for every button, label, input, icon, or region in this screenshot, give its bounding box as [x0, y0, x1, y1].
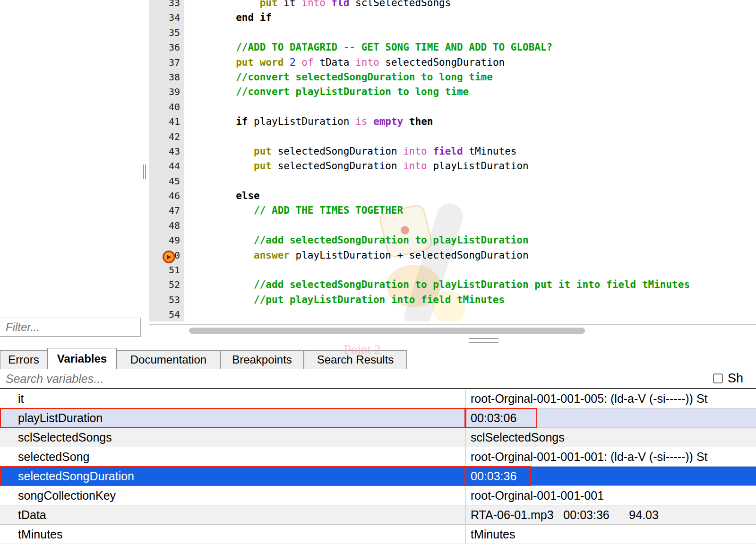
line-number[interactable]: 53	[149, 293, 184, 307]
code-line: //convert selectedSongDuration to long t…	[184, 70, 756, 85]
filter-field-container	[0, 318, 141, 337]
code-line	[184, 100, 756, 114]
line-number[interactable]: 37	[149, 55, 184, 70]
code-line	[184, 174, 756, 189]
horizontal-scrollbar-thumb[interactable]	[189, 328, 585, 334]
code-area[interactable]: put it into fld sclSelectedSongs end if …	[184, 0, 756, 321]
variable-value: 00:03:36	[465, 467, 756, 486]
code-line	[184, 263, 756, 278]
variable-name: tMinutes	[0, 528, 465, 541]
code-editor[interactable]: 3334353637383940414243444546474849505152…	[149, 0, 756, 321]
table-row[interactable]: playListDuration00:03:06	[0, 408, 756, 428]
code-line: //add selectedSongDuration to playListDu…	[184, 278, 756, 292]
search-variables-input[interactable]	[0, 369, 699, 388]
line-number[interactable]: 49	[149, 233, 184, 248]
variables-search-bar: Sh	[0, 369, 756, 389]
tab-errors[interactable]: Errors	[0, 350, 47, 369]
variable-value: root-Orginal-001-001-005: (ld-a-V (-si--…	[465, 389, 756, 408]
line-number[interactable]: 46	[149, 189, 184, 203]
code-line: put selectedSongDuration into field tMin…	[184, 144, 756, 159]
line-number[interactable]: 39	[149, 85, 184, 99]
code-line	[184, 130, 756, 144]
variable-name: it	[0, 392, 465, 406]
variable-value: root-Orginal-001-001-001: (ld-a-V (-si--…	[465, 447, 756, 466]
code-line: put selectedSongDuration into playListDu…	[184, 159, 756, 173]
line-number[interactable]: 47	[149, 203, 184, 218]
tab-documentation[interactable]: Documentation	[117, 350, 220, 369]
variable-name: songCollectionKey	[0, 489, 465, 503]
code-line: put it into fld sclSelectedSongs	[184, 0, 756, 10]
show-checkbox[interactable]	[713, 373, 723, 383]
table-row[interactable]: songCollectionKeyroot-Orginal-001-001-00…	[0, 486, 756, 505]
table-row[interactable]: itroot-Orginal-001-001-005: (ld-a-V (-si…	[0, 389, 756, 408]
line-number[interactable]: 54	[149, 307, 184, 321]
line-number[interactable]: 41	[149, 114, 184, 129]
script-editor-window: 3334353637383940414243444546474849505152…	[0, 0, 756, 555]
line-number-gutter[interactable]: 3334353637383940414243444546474849505152…	[149, 0, 184, 321]
variable-value: RTA-06-01.mp3 00:03:36 94.03	[465, 505, 756, 524]
code-line: //convert playListDuration to long time	[184, 85, 756, 99]
variable-name: tData	[0, 508, 465, 522]
vertical-splitter[interactable]	[141, 0, 149, 324]
gutter-numbers: 3334353637383940414243444546474849505152…	[149, 0, 184, 321]
code-line: //put playListDuration into field tMinut…	[184, 293, 756, 307]
current-line-marker[interactable]: ▶	[163, 251, 175, 263]
line-number[interactable]: 52	[149, 278, 184, 292]
handler-list[interactable]	[0, 0, 141, 318]
line-number[interactable]: 42	[149, 130, 184, 144]
code-line: put word 2 of tData into selectedSongDur…	[184, 55, 756, 70]
line-number[interactable]: 40	[149, 100, 184, 114]
table-row[interactable]: tMinutestMinutes	[0, 525, 756, 544]
variable-value: tMinutes	[465, 525, 756, 544]
variables-table: itroot-Orginal-001-001-005: (ld-a-V (-si…	[0, 389, 756, 544]
line-number[interactable]: 34	[149, 10, 184, 25]
tab-variables[interactable]: Variables	[47, 348, 117, 369]
table-row[interactable]: selectedSongDuration00:03:36	[0, 467, 756, 486]
variable-name: selectedSong	[0, 450, 465, 464]
code-line: //add selectedSongDuration to playListDu…	[184, 233, 756, 248]
tab-breakpoints[interactable]: Breakpoints	[220, 350, 304, 369]
code-line: if playListDuration is empty then	[184, 114, 756, 129]
table-row[interactable]: sclSelectedSongssclSelectedSongs	[0, 428, 756, 447]
pane-resize-grip[interactable]	[469, 338, 498, 345]
table-row[interactable]: tDataRTA-06-01.mp3 00:03:36 94.03	[0, 505, 756, 525]
line-number[interactable]: 33	[149, 0, 184, 10]
code-line	[184, 307, 756, 321]
watermark-text: Point 2	[344, 342, 380, 357]
line-number[interactable]: 38	[149, 70, 184, 85]
splitter-handle-icon[interactable]	[143, 165, 147, 179]
line-number[interactable]: 45	[149, 174, 184, 189]
line-number[interactable]: 36	[149, 40, 184, 55]
filter-input[interactable]	[0, 318, 140, 336]
line-number[interactable]: 51	[149, 263, 184, 278]
code-line: // ADD THE TIMES TOGETHER	[184, 203, 756, 218]
code-line	[184, 26, 756, 40]
code-lines: put it into fld sclSelectedSongs end if …	[184, 0, 756, 321]
variable-name: playListDuration	[0, 411, 465, 425]
code-line: end if	[184, 10, 756, 25]
show-checkbox-label: Sh	[728, 371, 743, 386]
variable-value: root-Orginal-001-001-001	[465, 486, 756, 505]
line-number[interactable]: 44	[149, 159, 184, 173]
horizontal-scrollbar-track[interactable]	[149, 324, 756, 337]
code-line: answer playListDuration + selectedSongDu…	[184, 248, 756, 263]
variable-name: sclSelectedSongs	[0, 431, 465, 444]
variable-value: 00:03:06	[465, 408, 756, 427]
code-line	[184, 218, 756, 233]
line-number[interactable]: 48	[149, 218, 184, 233]
line-number[interactable]: 43	[149, 144, 184, 159]
variable-name: selectedSongDuration	[0, 469, 465, 483]
table-row[interactable]: selectedSongroot-Orginal-001-001-001: (l…	[0, 447, 756, 467]
variable-value: sclSelectedSongs	[465, 428, 756, 447]
code-line: //ADD TO DATAGRID -- GET SONG TIME AND A…	[184, 40, 756, 55]
code-line: else	[184, 189, 756, 203]
line-number[interactable]: 35	[149, 26, 184, 40]
